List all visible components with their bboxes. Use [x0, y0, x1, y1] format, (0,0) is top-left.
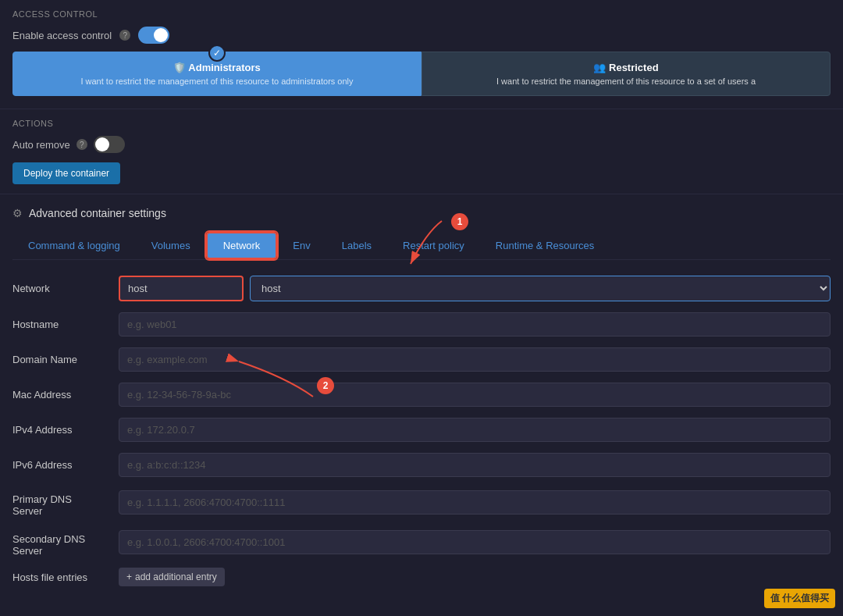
enable-access-control-label: Enable access control [12, 30, 112, 41]
ipv6-address-label: IPv6 Address [12, 459, 106, 471]
tab-volumes[interactable]: Volumes [136, 232, 206, 259]
deploy-container-button[interactable]: Deploy the container [12, 162, 120, 184]
primary-dns-field-row: Primary DNSServer [12, 488, 831, 517]
watermark: 值 什么值得买 [764, 589, 835, 608]
restricted-card-title: 👥 Restricted [435, 62, 817, 73]
tab-runtime-resources[interactable]: Runtime & Resources [480, 232, 610, 259]
auto-remove-toggle[interactable] [94, 136, 125, 153]
enable-access-control-toggle[interactable] [138, 27, 169, 44]
hosts-file-field-row: Hosts file entries + add additional entr… [12, 568, 831, 586]
admin-card-check: ✓ [208, 45, 226, 62]
network-input[interactable] [119, 276, 244, 301]
advanced-tabs: Command & logging Volumes Network Env La… [12, 232, 831, 260]
hostname-input[interactable] [119, 312, 831, 336]
admin-card-icon: 🛡️ [173, 62, 186, 73]
network-tab-content: 1 Network host bridge none [12, 276, 831, 586]
access-control-title: Access control [12, 9, 831, 19]
ipv6-address-input[interactable] [119, 453, 831, 477]
access-cards-container: ✓ 🛡️ Administrators I want to restrict t… [12, 52, 831, 96]
hostname-field-row: Hostname [12, 312, 831, 336]
tab-network[interactable]: Network [206, 232, 278, 259]
restricted-card-icon: 👥 [593, 62, 606, 73]
ipv4-address-input[interactable] [119, 418, 831, 442]
restricted-card[interactable]: 👥 Restricted I want to restrict the mana… [422, 52, 831, 96]
admin-card-title: 🛡️ Administrators [26, 62, 408, 73]
secondary-dns-label: Secondary DNSServer [12, 528, 106, 557]
primary-dns-input[interactable] [119, 490, 831, 515]
primary-dns-label: Primary DNSServer [12, 488, 106, 517]
plus-icon: + [126, 571, 132, 582]
add-additional-entry-button[interactable]: + add additional entry [119, 568, 225, 586]
network-select[interactable]: host bridge none [250, 276, 831, 301]
mac-address-label: Mac Address [12, 389, 106, 401]
admin-card-desc: I want to restrict the management of thi… [26, 77, 408, 86]
network-field-wrap: host bridge none [119, 276, 831, 301]
auto-remove-help-icon[interactable]: ? [76, 139, 87, 150]
actions-section: Actions Auto remove ? Deploy the contain… [0, 109, 843, 194]
tab-env[interactable]: Env [277, 232, 325, 259]
auto-remove-label: Auto remove [12, 139, 70, 151]
advanced-section: ⚙ Advanced container settings Command & … [0, 194, 843, 610]
network-field-row: Network host bridge none [12, 276, 831, 301]
tab-restart-policy[interactable]: Restart policy [387, 232, 480, 259]
ipv6-address-field-row: IPv6 Address [12, 453, 831, 477]
advanced-title: ⚙ Advanced container settings [12, 207, 831, 219]
restricted-card-desc: I want to restrict the management of thi… [435, 77, 817, 86]
hosts-file-label: Hosts file entries [12, 571, 106, 583]
ipv4-address-field-row: IPv4 Address [12, 418, 831, 442]
enable-access-help-icon[interactable]: ? [119, 30, 130, 41]
network-field-label: Network [12, 283, 106, 294]
tab-command-logging[interactable]: Command & logging [12, 232, 136, 259]
domain-name-label: Domain Name [12, 354, 106, 365]
administrators-card[interactable]: ✓ 🛡️ Administrators I want to restrict t… [12, 52, 422, 96]
secondary-dns-field-row: Secondary DNSServer [12, 528, 831, 557]
hostname-label: Hostname [12, 319, 106, 330]
domain-name-field-row: Domain Name [12, 347, 831, 372]
mac-address-field-row: Mac Address [12, 383, 831, 407]
tab-labels[interactable]: Labels [326, 232, 387, 259]
gear-icon: ⚙ [12, 207, 23, 219]
mac-address-input[interactable] [119, 383, 831, 407]
secondary-dns-input[interactable] [119, 530, 831, 554]
actions-title: Actions [12, 119, 831, 128]
ipv4-address-label: IPv4 Address [12, 424, 106, 436]
domain-name-input[interactable] [119, 347, 831, 372]
